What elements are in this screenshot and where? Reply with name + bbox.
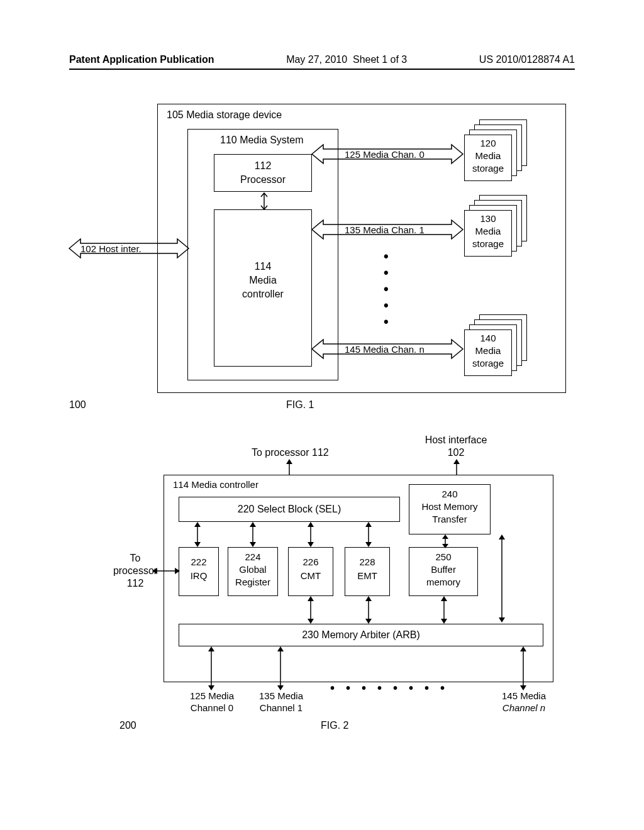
- processor-num: 112: [214, 160, 311, 172]
- svg-marker-16: [250, 542, 256, 547]
- media-storage-0-l1: Media: [465, 150, 511, 162]
- buf-num: 250: [409, 551, 477, 563]
- figure-2: To processor 112 Host interface102 114 M…: [69, 440, 572, 748]
- media-storage-device-label: 105 Media storage device: [167, 109, 282, 121]
- hmt-num: 240: [409, 489, 490, 501]
- svg-marker-43: [208, 685, 214, 690]
- media-channel-1-label: 135 MediaChannel 1: [253, 690, 309, 714]
- media-storage-n-num: 140: [465, 333, 511, 345]
- svg-marker-49: [520, 685, 526, 690]
- buffer-memory-box: 250 Buffer memory: [409, 547, 478, 596]
- sel-irq-arrow-icon: [192, 522, 203, 547]
- processor-label: Processor: [214, 174, 311, 186]
- svg-marker-6: [286, 459, 292, 464]
- page-header: Patent Application Publication May 27, 2…: [69, 54, 575, 70]
- processor-box: 112 Processor: [214, 154, 312, 192]
- header-right: US 2010/0128874 A1: [479, 54, 575, 65]
- header-center: May 27, 2010 Sheet 1 of 3: [214, 54, 479, 65]
- irq-box: 222 IRQ: [179, 547, 219, 596]
- hmt-l2: Transfer: [409, 514, 490, 526]
- fig2-caption: FIG. 2: [321, 720, 348, 731]
- svg-marker-13: [194, 542, 201, 547]
- svg-marker-25: [442, 544, 448, 548]
- buf-l1: Buffer: [409, 564, 477, 576]
- emt-num: 228: [345, 556, 389, 568]
- emt-arb-arrow-icon: [364, 596, 374, 624]
- svg-marker-39: [441, 596, 447, 601]
- memory-arbiter-label: 230 Memory Arbiter (ARB): [179, 629, 543, 641]
- media-system-label: 110 Media System: [220, 134, 304, 147]
- buf-arb-arrow-icon: [439, 596, 449, 624]
- arb-mc0-arrow-icon: [206, 646, 216, 690]
- horizontal-ellipsis-icon: ••••••••: [330, 680, 456, 696]
- to-proc-left-arrow-icon: [152, 566, 180, 576]
- fig1-caption: FIG. 1: [286, 399, 314, 411]
- hmt-buf-arrow-icon: [440, 534, 450, 548]
- media-controller-l1: Media: [214, 274, 311, 287]
- cmt-arb-arrow-icon: [306, 596, 316, 624]
- media-storage-0-l2: storage: [465, 163, 511, 175]
- svg-marker-36: [365, 596, 372, 601]
- media-chan-0-label: 125 Media Chan. 0: [345, 149, 425, 161]
- svg-marker-28: [499, 617, 505, 622]
- svg-marker-9: [453, 459, 460, 464]
- cmt-label: CMT: [289, 570, 333, 582]
- svg-marker-24: [442, 534, 448, 539]
- svg-marker-33: [308, 596, 314, 601]
- emt-label: EMT: [345, 570, 389, 582]
- header-date: May 27, 2010: [286, 54, 347, 65]
- host-interface-label: 102 Host inter.: [80, 243, 142, 255]
- header-left: Patent Application Publication: [69, 54, 214, 65]
- irq-num: 222: [179, 556, 218, 568]
- greg-num: 224: [228, 551, 277, 563]
- hmt-arb-arrow-icon: [497, 534, 507, 622]
- figure-1: 105 Media storage device 110 Media Syste…: [69, 104, 572, 418]
- media-storage-n-l1: Media: [465, 345, 511, 357]
- media-controller-num: 114: [214, 260, 311, 273]
- media-storage-1-l1: Media: [465, 226, 511, 238]
- svg-marker-31: [175, 568, 180, 574]
- buf-l2: memory: [409, 577, 477, 589]
- vertical-ellipsis-icon: •••••: [384, 248, 389, 330]
- arb-mcn-arrow-icon: [518, 646, 528, 690]
- hmt-l1: Host Memory: [409, 501, 490, 513]
- sel-emt-arrow-icon: [364, 522, 374, 547]
- media-storage-n-l2: storage: [465, 358, 511, 370]
- svg-marker-18: [308, 522, 314, 527]
- cmt-box: 226 CMT: [288, 547, 333, 596]
- header-sheet: Sheet 1 of 3: [353, 54, 407, 65]
- media-controller-box: 114 Media controller: [214, 209, 312, 367]
- sel-greg-arrow-icon: [248, 522, 258, 547]
- greg-l1: Global: [228, 564, 277, 576]
- host-interface-top-label: Host interface102: [418, 434, 494, 459]
- media-storage-0-num: 120: [465, 138, 511, 150]
- svg-marker-37: [365, 619, 372, 624]
- media-channel-0-label: 125 MediaChannel 0: [184, 690, 240, 714]
- cmt-num: 226: [289, 556, 333, 568]
- irq-label: IRQ: [179, 570, 218, 582]
- fig1-ref: 100: [69, 399, 86, 411]
- media-storage-0-stack: 120 Media storage: [464, 119, 527, 179]
- memory-arbiter-box: 230 Memory Arbiter (ARB): [179, 624, 543, 646]
- host-memory-transfer-box: 240 Host Memory Transfer: [409, 484, 491, 534]
- media-storage-1-l2: storage: [465, 238, 511, 250]
- svg-marker-19: [308, 542, 314, 547]
- svg-marker-34: [308, 619, 314, 624]
- svg-marker-46: [277, 685, 284, 690]
- svg-marker-27: [499, 534, 505, 540]
- arb-mc1-arrow-icon: [275, 646, 286, 690]
- media-storage-n-stack: 140 Media storage: [464, 314, 527, 374]
- media-chan-1-label: 135 Media Chan. 1: [345, 224, 425, 236]
- svg-marker-22: [365, 542, 372, 547]
- processor-controller-link-icon: [258, 192, 270, 211]
- to-processor-top-label: To processor 112: [252, 446, 329, 459]
- media-channel-n-label: 145 MediaChannel n: [496, 690, 552, 714]
- global-register-box: 224 Global Register: [228, 547, 278, 596]
- svg-marker-40: [441, 619, 447, 624]
- svg-marker-42: [208, 646, 214, 651]
- svg-marker-15: [250, 522, 256, 527]
- media-controller-l2: controller: [214, 288, 311, 301]
- svg-marker-48: [520, 646, 526, 651]
- emt-box: 228 EMT: [345, 547, 390, 596]
- fig2-ref: 200: [119, 720, 136, 731]
